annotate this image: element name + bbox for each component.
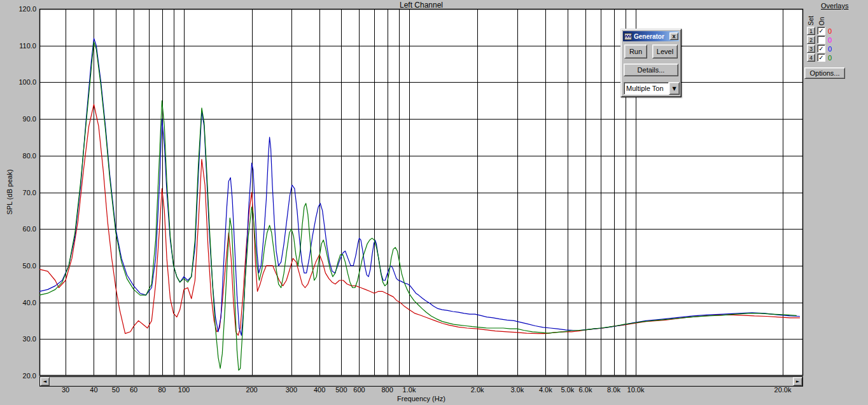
x-tick-label: 60 bbox=[118, 386, 150, 394]
x-tick-label: 2.0k bbox=[461, 386, 493, 394]
generator-dialog-title: Generator bbox=[634, 33, 669, 40]
overlay-3-value: 0 bbox=[828, 45, 832, 53]
y-tick-label: 30.0 bbox=[0, 335, 36, 343]
x-tick-label: 100 bbox=[168, 386, 200, 394]
overlay-set-3-button[interactable]: 3 bbox=[807, 45, 815, 53]
level-button[interactable]: Level bbox=[652, 45, 678, 58]
combo-dropdown-button[interactable]: ▼ bbox=[669, 82, 680, 95]
chevron-down-icon: ▼ bbox=[672, 86, 676, 92]
details-button[interactable]: Details... bbox=[624, 64, 678, 76]
x-tick-label: 600 bbox=[343, 386, 375, 394]
y-tick-label: 120.0 bbox=[0, 5, 36, 13]
y-tick-label: 20.0 bbox=[0, 372, 36, 380]
overlay-row-4: 4 ✓ 0 bbox=[807, 53, 864, 62]
x-tick-label: 6.0k bbox=[570, 386, 601, 394]
overlays-col-on-label: On bbox=[818, 13, 826, 25]
spl-chart bbox=[0, 0, 868, 405]
y-tick-label: 100.0 bbox=[0, 78, 36, 86]
run-button[interactable]: Run bbox=[624, 45, 647, 58]
chart-title: Left Channel bbox=[39, 1, 803, 10]
y-tick-label: 60.0 bbox=[0, 225, 36, 233]
y-tick-label: 90.0 bbox=[0, 115, 36, 123]
overlays-panel-title: Overlays bbox=[821, 2, 863, 10]
x-tick-label: 300 bbox=[276, 386, 307, 394]
overlay-row-2: 2 0 bbox=[807, 36, 864, 44]
signal-type-select[interactable]: Multiple Ton ▼ bbox=[624, 82, 680, 95]
y-tick-label: 40.0 bbox=[0, 299, 36, 306]
overlay-row-1: 1 ✓ 0 bbox=[807, 27, 864, 35]
options-button[interactable]: Options... bbox=[804, 67, 845, 79]
scroll-left-icon: ◄ bbox=[43, 380, 46, 384]
overlays-col-set-label: Set bbox=[807, 9, 815, 25]
x-tick-label: 10.0k bbox=[620, 386, 652, 394]
y-tick-label: 80.0 bbox=[0, 152, 36, 160]
y-tick-label: 50.0 bbox=[0, 262, 36, 270]
x-tick-label: 3.0k bbox=[501, 386, 533, 394]
overlay-4-value: 0 bbox=[828, 54, 832, 62]
overlay-1-value: 0 bbox=[828, 27, 832, 35]
close-icon[interactable]: x bbox=[669, 32, 678, 40]
generator-window-icon bbox=[624, 33, 632, 40]
scroll-right-icon: ► bbox=[796, 380, 799, 384]
x-tick-label: 1.0k bbox=[393, 386, 425, 394]
y-tick-label: 70.0 bbox=[0, 189, 36, 196]
generator-dialog-titlebar[interactable]: Generator x bbox=[623, 31, 679, 41]
overlay-set-1-button[interactable]: 1 bbox=[807, 27, 815, 35]
x-tick-label: 20.0k bbox=[767, 386, 799, 394]
x-tick-label: 200 bbox=[236, 386, 268, 394]
app-window: Left Channel SPL (dB peak) Frequency (Hz… bbox=[0, 0, 868, 405]
signal-type-value: Multiple Ton bbox=[624, 82, 669, 95]
overlay-set-2-button[interactable]: 2 bbox=[807, 36, 815, 44]
scroll-right-button[interactable]: ► bbox=[793, 377, 802, 386]
scroll-left-button[interactable]: ◄ bbox=[40, 377, 50, 386]
overlay-on-2-checkbox[interactable] bbox=[817, 36, 825, 44]
overlay-2-value: 0 bbox=[828, 36, 832, 44]
plot-area bbox=[39, 9, 803, 376]
x-tick-label: 30 bbox=[50, 386, 81, 394]
overlay-on-4-checkbox[interactable]: ✓ bbox=[817, 53, 825, 62]
y-tick-label: 110.0 bbox=[0, 42, 36, 50]
frequency-scrollbar[interactable]: ◄ ► bbox=[39, 376, 803, 387]
generator-dialog: Generator x Run Level Details... Multipl… bbox=[620, 29, 682, 97]
overlay-on-3-checkbox[interactable]: ✓ bbox=[817, 45, 825, 53]
overlay-set-4-button[interactable]: 4 bbox=[807, 53, 815, 62]
overlay-on-1-checkbox[interactable]: ✓ bbox=[817, 27, 825, 35]
overlay-row-3: 3 ✓ 0 bbox=[807, 45, 864, 53]
x-axis-title: Frequency (Hz) bbox=[39, 395, 803, 402]
